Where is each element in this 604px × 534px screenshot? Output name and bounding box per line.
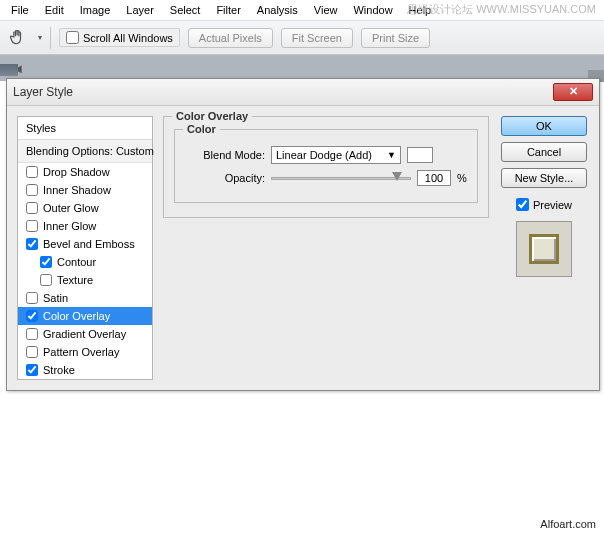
settings-panel: Color Overlay Color Blend Mode: Linear D… — [163, 116, 489, 380]
style-label: Bevel and Emboss — [43, 238, 135, 250]
options-bar: ▾ Scroll All Windows Actual Pixels Fit S… — [0, 21, 604, 55]
preview-shape-icon — [529, 234, 559, 264]
menu-filter[interactable]: Filter — [209, 2, 247, 18]
opacity-input[interactable]: 100 — [417, 170, 451, 186]
style-row-contour[interactable]: Contour — [18, 253, 152, 271]
divider — [50, 27, 51, 49]
cancel-button[interactable]: Cancel — [501, 142, 587, 162]
watermark-text: 思缘设计论坛 WWW.MISSYUAN.COM — [407, 2, 596, 17]
new-style-button[interactable]: New Style... — [501, 168, 587, 188]
style-checkbox[interactable] — [40, 256, 52, 268]
style-label: Satin — [43, 292, 68, 304]
footer-credit: Alfoart.com — [540, 518, 596, 530]
layer-style-dialog: Layer Style ✕ Styles Blending Options: C… — [6, 78, 600, 391]
preview-label: Preview — [533, 199, 572, 211]
tool-flyout-icon[interactable]: ▾ — [38, 33, 42, 42]
fit-screen-button[interactable]: Fit Screen — [281, 28, 353, 48]
styles-header[interactable]: Styles — [18, 117, 152, 140]
ok-button[interactable]: OK — [501, 116, 587, 136]
slider-thumb-icon[interactable] — [392, 172, 402, 181]
menu-edit[interactable]: Edit — [38, 2, 71, 18]
style-checkbox[interactable] — [26, 184, 38, 196]
opacity-slider[interactable] — [271, 177, 411, 180]
opacity-unit: % — [457, 172, 467, 184]
panel-strip — [0, 64, 18, 76]
style-row-texture[interactable]: Texture — [18, 271, 152, 289]
scroll-all-checkbox-input[interactable] — [66, 31, 79, 44]
dialog-buttons: OK Cancel New Style... Preview — [499, 116, 589, 380]
style-checkbox[interactable] — [26, 292, 38, 304]
style-checkbox[interactable] — [40, 274, 52, 286]
opacity-label: Opacity: — [185, 172, 265, 184]
group-title: Color Overlay — [172, 110, 252, 122]
style-row-pattern-overlay[interactable]: Pattern Overlay — [18, 343, 152, 361]
style-checkbox[interactable] — [26, 238, 38, 250]
style-row-stroke[interactable]: Stroke — [18, 361, 152, 379]
style-row-bevel-and-emboss[interactable]: Bevel and Emboss — [18, 235, 152, 253]
hand-tool-icon[interactable] — [8, 27, 28, 49]
style-label: Stroke — [43, 364, 75, 376]
menu-file[interactable]: File — [4, 2, 36, 18]
style-label: Drop Shadow — [43, 166, 110, 178]
menu-window[interactable]: Window — [346, 2, 399, 18]
subgroup-title: Color — [183, 123, 220, 135]
style-checkbox[interactable] — [26, 202, 38, 214]
style-checkbox[interactable] — [26, 166, 38, 178]
preview-checkbox-input[interactable] — [516, 198, 529, 211]
style-row-gradient-overlay[interactable]: Gradient Overlay — [18, 325, 152, 343]
style-checkbox[interactable] — [26, 310, 38, 322]
style-row-inner-glow[interactable]: Inner Glow — [18, 217, 152, 235]
menu-layer[interactable]: Layer — [119, 2, 161, 18]
style-row-drop-shadow[interactable]: Drop Shadow — [18, 163, 152, 181]
scroll-all-windows-checkbox[interactable]: Scroll All Windows — [59, 28, 180, 47]
style-label: Inner Shadow — [43, 184, 111, 196]
style-label: Contour — [57, 256, 96, 268]
style-checkbox[interactable] — [26, 346, 38, 358]
styles-list: Styles Blending Options: Custom Drop Sha… — [17, 116, 153, 380]
style-checkbox[interactable] — [26, 364, 38, 376]
dialog-title: Layer Style — [13, 85, 73, 99]
style-label: Texture — [57, 274, 93, 286]
blend-mode-label: Blend Mode: — [185, 149, 265, 161]
color-swatch[interactable] — [407, 147, 433, 163]
style-label: Pattern Overlay — [43, 346, 119, 358]
menu-image[interactable]: Image — [73, 2, 118, 18]
style-row-color-overlay[interactable]: Color Overlay — [18, 307, 152, 325]
style-checkbox[interactable] — [26, 328, 38, 340]
style-label: Outer Glow — [43, 202, 99, 214]
dialog-titlebar[interactable]: Layer Style ✕ — [7, 79, 599, 106]
style-row-satin[interactable]: Satin — [18, 289, 152, 307]
style-row-outer-glow[interactable]: Outer Glow — [18, 199, 152, 217]
style-label: Color Overlay — [43, 310, 110, 322]
style-row-inner-shadow[interactable]: Inner Shadow — [18, 181, 152, 199]
blending-options-row[interactable]: Blending Options: Custom — [18, 140, 152, 163]
scroll-all-label: Scroll All Windows — [83, 32, 173, 44]
style-checkbox[interactable] — [26, 220, 38, 232]
style-label: Gradient Overlay — [43, 328, 126, 340]
menu-view[interactable]: View — [307, 2, 345, 18]
preview-checkbox[interactable]: Preview — [516, 198, 572, 211]
preview-thumbnail — [516, 221, 572, 277]
chevron-down-icon: ▼ — [387, 150, 396, 160]
menu-analysis[interactable]: Analysis — [250, 2, 305, 18]
actual-pixels-button[interactable]: Actual Pixels — [188, 28, 273, 48]
close-icon[interactable]: ✕ — [553, 83, 593, 101]
blend-mode-select[interactable]: Linear Dodge (Add) ▼ — [271, 146, 401, 164]
print-size-button[interactable]: Print Size — [361, 28, 430, 48]
menu-select[interactable]: Select — [163, 2, 208, 18]
blend-mode-value: Linear Dodge (Add) — [276, 149, 372, 161]
style-label: Inner Glow — [43, 220, 96, 232]
